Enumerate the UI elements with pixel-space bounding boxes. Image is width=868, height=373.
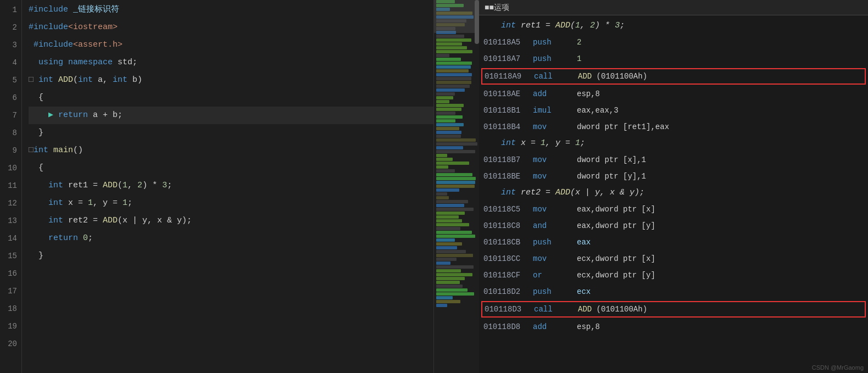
code-line-13: int ret2 = ADD(x | y, x & y); — [29, 212, 433, 230]
code-line-2: #include<iostream> — [29, 19, 433, 36]
line-number-17: 17 — [0, 282, 17, 300]
code-line-4: using namespace std; — [29, 54, 433, 71]
disasm-line-3: 010118A9callADD (0101100Ah) — [481, 68, 866, 85]
disasm-line-9: 010118BEmovdword ptr [y],1 — [479, 168, 868, 185]
watermark: CSDN @MrGaomg — [812, 364, 864, 371]
disasm-line-6: 010118B4movdword ptr [ret1],eax — [479, 119, 868, 135]
scroll-thumb[interactable] — [475, 0, 479, 44]
code-line-6: { — [29, 89, 433, 107]
line-number-10: 10 — [0, 159, 17, 177]
code-line-11: int ret1 = ADD(1, 2) * 3; — [29, 177, 433, 194]
code-line-18 — [29, 300, 433, 318]
line-number-4: 4 — [0, 54, 17, 71]
code-line-15: } — [29, 247, 433, 265]
minimap — [434, 0, 479, 373]
line-number-7: 7 — [0, 107, 17, 124]
line-number-18: 18 — [0, 300, 17, 318]
line-number-9: 9 — [0, 142, 17, 159]
code-line-1: #include _链接标识符 — [29, 1, 433, 19]
line-number-3: 3 — [0, 36, 17, 54]
disasm-line-5: 010118B1imuleax,eax,3 — [479, 102, 868, 119]
code-line-16 — [29, 265, 433, 282]
line-number-5: 5 — [0, 71, 17, 89]
code-line-17 — [29, 282, 433, 300]
disasm-line-11: 010118C5moveax,dword ptr [x] — [479, 201, 868, 218]
code-line-19 — [29, 318, 433, 335]
line-number-19: 19 — [0, 318, 17, 335]
disasm-line-7: int x = 1, y = 1; — [479, 135, 868, 152]
disasm-line-15: 010118CForecx,dword ptr [y] — [479, 267, 868, 283]
code-line-10: { — [29, 159, 433, 177]
disasm-line-17: 010118D3callADD (0101100Ah) — [481, 301, 866, 318]
disasm-line-18: 010118D8addesp,8 — [479, 319, 868, 335]
disasm-header: ■■运项 — [479, 0, 868, 15]
line-number-1: 1 — [0, 1, 17, 19]
disasm-line-1: 010118A5push2 — [479, 34, 868, 51]
disassembly-panel: ■■运项 int ret1 = ADD(1, 2) * 3;010118A5pu… — [479, 0, 868, 373]
code-line-14: return 0; — [29, 230, 433, 247]
line-number-20: 20 — [0, 335, 17, 353]
disasm-line-0: int ret1 = ADD(1, 2) * 3; — [479, 18, 868, 34]
disasm-line-16: 010118D2pushecx — [479, 283, 868, 300]
editor-panel: 1234567891011121314151617181920 #include… — [0, 0, 434, 373]
line-number-12: 12 — [0, 194, 17, 212]
code-line-20 — [29, 335, 433, 353]
code-line-5: □ int ADD(int a, int b) — [29, 71, 433, 89]
disasm-line-13: 010118CBpusheax — [479, 234, 868, 250]
line-numbers: 1234567891011121314151617181920 — [0, 0, 22, 373]
disasm-line-2: 010118A7push1 — [479, 51, 868, 67]
line-number-8: 8 — [0, 124, 17, 142]
code-line-7: ▶ return a + b; — [29, 107, 433, 124]
code-line-3: #include<assert.h> — [29, 36, 433, 54]
disasm-line-14: 010118CCmovecx,dword ptr [x] — [479, 250, 868, 267]
line-number-14: 14 — [0, 230, 17, 247]
disasm-line-4: 010118AEaddesp,8 — [479, 86, 868, 102]
code-line-12: int x = 1, y = 1; — [29, 194, 433, 212]
disasm-line-10: int ret2 = ADD(x | y, x & y); — [479, 185, 868, 201]
line-number-13: 13 — [0, 212, 17, 230]
line-number-16: 16 — [0, 265, 17, 282]
disasm-line-8: 010118B7movdword ptr [x],1 — [479, 152, 868, 168]
line-number-2: 2 — [0, 19, 17, 36]
code-line-8: } — [29, 124, 433, 142]
right-panel: ■■运项 int ret1 = ADD(1, 2) * 3;010118A5pu… — [434, 0, 868, 373]
disasm-body: int ret1 = ADD(1, 2) * 3;010118A5push201… — [479, 15, 868, 373]
line-number-11: 11 — [0, 177, 17, 194]
line-number-15: 15 — [0, 247, 17, 265]
disasm-header-text: ■■运项 — [485, 3, 509, 13]
code-lines: #include _链接标识符#include<iostream> #inclu… — [22, 0, 433, 373]
minimap-content — [434, 0, 479, 373]
line-number-6: 6 — [0, 89, 17, 107]
code-line-9: □int main() — [29, 142, 433, 159]
code-area: 1234567891011121314151617181920 #include… — [0, 0, 433, 373]
disasm-line-12: 010118C8andeax,dword ptr [y] — [479, 218, 868, 234]
